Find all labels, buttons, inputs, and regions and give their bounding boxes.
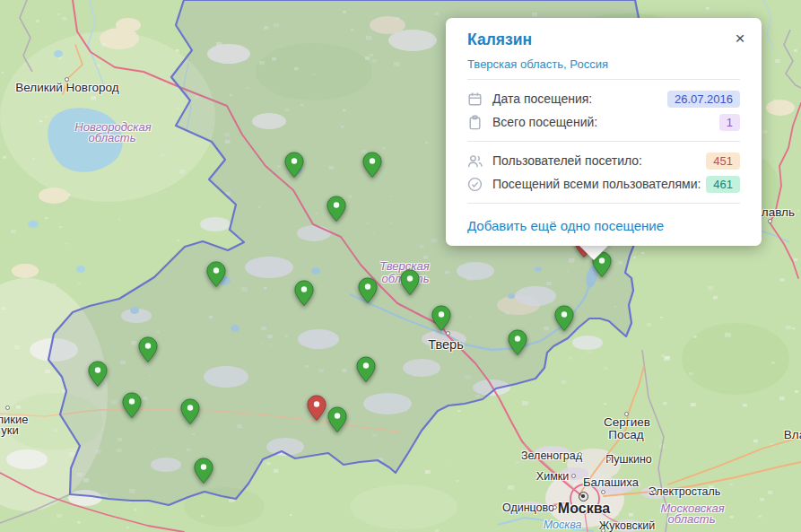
all-users-visits-label: Посещений всеми пользователями: [492,177,701,191]
city-label: Одинцово [502,501,554,514]
check-circle-icon [467,177,483,192]
city-dot [553,505,557,510]
region-label: область [668,512,716,526]
city-dot [768,219,772,223]
visited-city-marker[interactable] [327,406,347,433]
city-label: Посад [608,428,643,441]
selected-city-marker[interactable] [307,395,326,422]
visited-city-marker[interactable] [326,196,346,222]
add-visit-link[interactable]: Добавить ещё одно посещение [467,218,664,233]
visited-city-marker[interactable] [294,280,314,307]
city-label: Зеленоград [521,449,582,462]
visit-date-badge: 26.07.2016 [667,91,740,108]
visited-city-marker[interactable] [138,336,158,363]
users-visited-row: Пользователей посетило: 451 [467,149,740,172]
visited-city-marker[interactable] [508,329,527,356]
city-label: Жуковский [599,519,655,532]
city-dot [606,457,611,461]
city-dot [601,490,605,494]
city-label: Великий Новгород [15,81,118,94]
visited-city-marker[interactable] [194,458,213,484]
water-label: Москва [544,519,582,531]
all-users-visits-row: Посещений всеми пользователями: 461 [467,172,740,196]
all-users-visits-badge: 461 [706,176,740,193]
popup-subtitle-link[interactable]: Тверская область, Россия [467,57,740,71]
popup-title: Калязин [467,31,740,49]
visited-city-marker[interactable] [206,261,226,288]
close-icon[interactable]: × [731,30,749,48]
total-visits-label: Всего посещений: [492,115,597,129]
map-application: Великий НовгородТверьславльСергиевПосадЗ… [0,0,801,532]
visited-city-marker[interactable] [88,361,108,388]
visited-city-marker[interactable] [400,269,420,296]
city-label: Химки [536,470,569,483]
city-dot [624,412,629,416]
clipboard-icon [467,115,483,130]
total-visits-row: Всего посещений: 1 [467,110,740,134]
visit-popup: × Калязин Тверская область, Россия Дата … [446,18,762,246]
visit-date-row: Дата посещения: 26.07.2016 [467,87,740,110]
city-label: Москва [558,501,610,517]
city-dot [571,474,576,478]
divider [467,79,740,80]
city-label: Вла [784,428,801,441]
visited-city-marker[interactable] [358,277,378,304]
visited-city-marker[interactable] [362,152,382,179]
city-label: уки [1,423,18,437]
visited-city-marker[interactable] [284,152,304,179]
visited-city-marker[interactable] [180,398,200,425]
users-icon [467,153,483,169]
calendar-icon [467,92,483,107]
visited-city-marker[interactable] [122,392,142,419]
city-label: Электросталь [649,485,721,498]
divider [467,141,740,142]
city-dot [578,452,582,457]
city-label: Сергиев [604,415,650,429]
city-dot [65,77,69,82]
city-label: Тверь [428,337,463,352]
visited-city-marker[interactable] [554,305,574,332]
city-dot [5,406,10,410]
users-visited-label: Пользователей посетило: [492,153,642,168]
total-visits-badge: 1 [719,114,740,131]
city-label: Балашиха [583,475,639,489]
city-dot [652,490,657,494]
users-visited-badge: 451 [706,153,740,170]
divider [467,203,740,204]
visit-date-label: Дата посещения: [492,92,592,106]
visited-city-marker[interactable] [431,305,451,332]
city-dot [601,528,605,532]
city-label: Пушкино [605,453,652,466]
visited-city-marker[interactable] [356,356,376,383]
region-label: область [89,131,136,144]
capital-city-dot [579,492,588,501]
